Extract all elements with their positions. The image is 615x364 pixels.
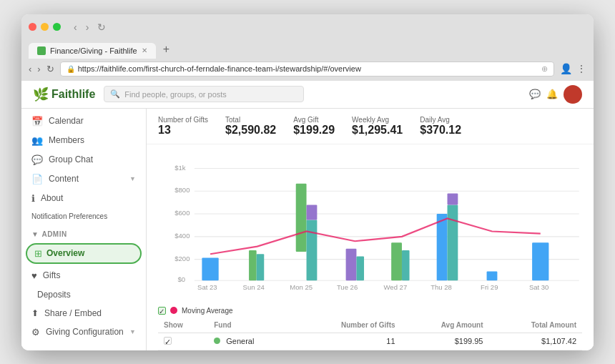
svg-rect-22 (437, 214, 448, 280)
svg-text:Tue 26: Tue 26 (337, 282, 358, 290)
sidebar-item-about-label: About (41, 193, 63, 203)
sidebar: 📅 Calendar 👥 Members 💬 Group Chat 📄 Cont… (21, 109, 147, 350)
col-num-gifts: Number of Gifts (293, 318, 401, 333)
reload-nav-button[interactable]: ↻ (46, 64, 54, 74)
svg-text:Sun 24: Sun 24 (243, 282, 265, 290)
share-icon: ⬆ (31, 308, 39, 318)
row-show-checkbox[interactable]: ✓ (158, 333, 208, 350)
col-show: Show (158, 318, 208, 333)
back-nav-button[interactable]: ‹ (29, 64, 31, 74)
sidebar-item-calendar-label: Calendar (49, 116, 84, 126)
svg-text:$200: $200 (174, 254, 190, 262)
stats-row: Number of Gifts 13 Total $2,590.82 Avg G… (147, 109, 594, 144)
col-fund: Fund (208, 318, 293, 333)
sidebar-item-share-embed[interactable]: ⬆ Share / Embed (21, 304, 146, 323)
table-area: Show Fund Number of Gifts Avg Amount Tot… (147, 318, 594, 350)
profile-button[interactable]: 👤 (560, 63, 572, 74)
stat-weekly-avg-label: Weekly Avg (352, 116, 403, 124)
logo-leaf-icon: 🌿 (33, 87, 49, 102)
svg-rect-19 (356, 256, 364, 280)
svg-text:$800: $800 (174, 186, 190, 194)
sidebar-item-overview[interactable]: ⊞ Overview (26, 243, 142, 264)
bar-chart: $1k $800 $600 $400 $200 $0 (158, 149, 582, 302)
sidebar-item-about[interactable]: ℹ About (21, 189, 146, 208)
chart-legend: ✓ Moving Average (147, 304, 594, 318)
svg-rect-21 (402, 250, 410, 280)
svg-rect-18 (346, 248, 357, 280)
messages-icon[interactable]: 💬 (529, 89, 541, 99)
lock-icon: 🔒 (67, 65, 75, 73)
svg-rect-24 (448, 193, 458, 205)
tab-close-button[interactable]: ✕ (142, 46, 147, 54)
chart-area: $1k $800 $600 $400 $200 $0 (147, 144, 594, 304)
faithlife-logo: 🌿 Faithlife (33, 87, 95, 102)
sidebar-item-giving-config[interactable]: ⚙ Giving Configuration ▼ (21, 323, 146, 342)
row-num-gifts: 11 (293, 333, 401, 350)
moving-avg-checkbox[interactable]: ✓ (158, 307, 166, 315)
sidebar-item-members-label: Members (49, 135, 84, 145)
about-icon: ℹ (31, 193, 35, 204)
svg-rect-23 (448, 205, 458, 280)
stat-daily-avg-label: Daily Avg (420, 116, 461, 124)
moving-avg-label: Moving Average (182, 307, 233, 315)
stat-total-value: $2,590.82 (225, 124, 276, 137)
maximize-dot[interactable] (53, 23, 61, 31)
app-topbar: 🌿 Faithlife 🔍 Find people, groups, or po… (21, 81, 594, 109)
svg-rect-13 (249, 250, 257, 280)
menu-button[interactable]: ⋮ (576, 63, 586, 74)
stat-weekly-avg-value: $1,295.41 (352, 124, 403, 137)
sidebar-item-content[interactable]: 📄 Content ▼ (21, 169, 146, 189)
row-fund: General (208, 333, 293, 350)
notifications-icon[interactable]: 🔔 (546, 89, 558, 99)
sidebar-item-group-chat[interactable]: 💬 Group Chat (21, 150, 146, 169)
sidebar-item-members[interactable]: 👥 Members (21, 131, 146, 150)
svg-rect-25 (487, 271, 498, 280)
address-bar[interactable]: 🔒 https://faithlife.com/first-church-of-… (60, 62, 554, 77)
svg-rect-12 (202, 257, 218, 280)
svg-rect-16 (307, 220, 318, 280)
reload-button[interactable]: ↻ (94, 20, 109, 34)
sidebar-item-share-embed-label: Share / Embed (44, 308, 102, 318)
sidebar-item-notif-prefs[interactable]: Notification Preferences (21, 208, 146, 225)
svg-rect-14 (257, 254, 265, 280)
search-placeholder: Find people, groups, or posts (124, 90, 226, 99)
svg-text:Fri 29: Fri 29 (481, 282, 498, 290)
new-tab-button[interactable]: + (157, 40, 175, 59)
app-bar-actions: 💬 🔔 (529, 85, 582, 104)
address-row: ‹ › ↻ 🔒 https://faithlife.com/first-chur… (21, 59, 594, 81)
search-bar[interactable]: 🔍 Find people, groups, or posts (104, 86, 304, 102)
svg-rect-26 (532, 242, 548, 280)
col-total-amount: Total Amount (488, 318, 582, 333)
sidebar-item-deposits[interactable]: Deposits (21, 285, 146, 304)
row-total-amount: $1,107.42 (488, 333, 582, 350)
sidebar-item-gifts[interactable]: ♥ Gifts (21, 266, 146, 285)
forward-button[interactable]: › (83, 20, 92, 34)
stat-avg-gift: Avg Gift $199.29 (293, 116, 335, 137)
svg-text:Wed 27: Wed 27 (384, 282, 408, 290)
fund-dot-icon (214, 338, 220, 344)
location-icon: ⊕ (541, 64, 548, 74)
main-content: Number of Gifts 13 Total $2,590.82 Avg G… (147, 109, 594, 350)
browser-tab[interactable]: Finance/Giving - Faithlife ✕ (29, 43, 156, 59)
stat-number-of-gifts-value: 13 (158, 124, 208, 137)
sidebar-item-content-label: Content (49, 174, 79, 184)
sidebar-item-giving-config-label: Giving Configuration (46, 327, 124, 337)
svg-text:Sat 23: Sat 23 (197, 282, 217, 290)
svg-text:Sat 30: Sat 30 (529, 282, 549, 290)
svg-rect-15 (296, 183, 307, 251)
stat-daily-avg: Daily Avg $370.12 (420, 116, 461, 137)
forward-nav-button[interactable]: › (37, 64, 40, 74)
back-button[interactable]: ‹ (71, 20, 80, 34)
overview-icon: ⊞ (34, 248, 42, 259)
logo-text: Faithlife (51, 88, 95, 101)
stat-weekly-avg: Weekly Avg $1,295.41 (352, 116, 403, 137)
sidebar-item-calendar[interactable]: 📅 Calendar (21, 112, 146, 131)
content-chevron-icon: ▼ (129, 175, 136, 182)
user-avatar[interactable] (564, 85, 582, 104)
svg-text:$1k: $1k (174, 163, 186, 171)
stat-avg-gift-value: $199.29 (293, 124, 335, 137)
sidebar-item-notif-prefs-label: Notification Preferences (31, 212, 107, 220)
giving-config-icon: ⚙ (31, 327, 40, 338)
minimize-dot[interactable] (41, 23, 49, 31)
close-dot[interactable] (29, 23, 36, 31)
